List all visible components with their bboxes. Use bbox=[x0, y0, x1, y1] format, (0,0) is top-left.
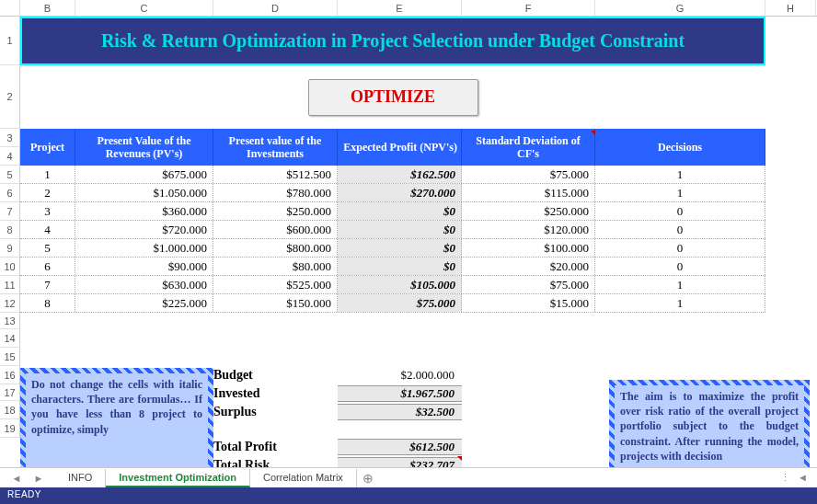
cell-project[interactable]: 2 bbox=[20, 184, 75, 201]
cell-sd[interactable]: $20.000 bbox=[462, 258, 595, 275]
column-letter[interactable]: G bbox=[595, 0, 765, 16]
cell-decision[interactable]: 1 bbox=[595, 184, 765, 201]
cell-sd[interactable]: $120.000 bbox=[462, 221, 595, 238]
cell-revenue[interactable]: $630.000 bbox=[75, 276, 213, 293]
optimize-button[interactable]: OPTIMIZE bbox=[308, 79, 478, 116]
row-number[interactable]: 7 bbox=[0, 202, 20, 221]
row-number[interactable]: 2 bbox=[0, 65, 20, 129]
row-number[interactable]: 18 bbox=[0, 401, 20, 419]
cell-npv[interactable]: $0 bbox=[338, 239, 462, 257]
row-number[interactable]: 1 bbox=[0, 17, 20, 65]
comment-indicator-icon[interactable] bbox=[457, 456, 462, 461]
col-head-npv[interactable]: Expected Profit (NPV's) bbox=[338, 129, 462, 166]
cell-decision[interactable]: 0 bbox=[595, 221, 765, 238]
column-letter[interactable]: B bbox=[20, 0, 75, 16]
cell-revenue[interactable]: $675.000 bbox=[75, 166, 213, 183]
cell-npv[interactable]: $270.000 bbox=[338, 184, 462, 201]
cell-investment[interactable]: $600.000 bbox=[213, 221, 338, 238]
row-number[interactable]: 10 bbox=[0, 258, 20, 276]
row-number[interactable]: 4 bbox=[0, 147, 20, 166]
cell-project[interactable]: 7 bbox=[20, 276, 75, 293]
cell-revenue[interactable]: $1.050.000 bbox=[75, 184, 213, 201]
note-box-left: Do not change the cells with italic char… bbox=[20, 368, 213, 469]
col-head-project[interactable]: Project bbox=[20, 129, 75, 166]
add-sheet-button[interactable]: ⊕ bbox=[357, 471, 379, 486]
cell-decision[interactable]: 0 bbox=[595, 202, 765, 220]
row-number[interactable]: 9 bbox=[0, 239, 20, 258]
cell-decision[interactable]: 1 bbox=[595, 294, 765, 312]
col-head-revenues[interactable]: Present Value of the Revenues (PV's) bbox=[75, 129, 213, 166]
cell-project[interactable]: 1 bbox=[20, 166, 75, 183]
cell-sd[interactable]: $15.000 bbox=[462, 294, 595, 312]
select-all-corner[interactable] bbox=[0, 0, 20, 16]
cell-investment[interactable]: $250.000 bbox=[213, 202, 338, 220]
tab-prev-icon[interactable]: ◄ bbox=[12, 473, 22, 484]
cell-revenue[interactable]: $90.000 bbox=[75, 258, 213, 275]
cell-investment[interactable]: $512.500 bbox=[213, 166, 338, 183]
cell-project[interactable]: 8 bbox=[20, 294, 75, 312]
tab-scroll-left-icon[interactable]: ◄ bbox=[798, 472, 808, 484]
tab-nav-arrows[interactable]: ◄► bbox=[0, 473, 55, 484]
col-head-sd[interactable]: Standard Deviation of CF's bbox=[462, 129, 595, 166]
cell-npv[interactable]: $75.000 bbox=[338, 294, 462, 312]
cell-npv[interactable]: $105.000 bbox=[338, 276, 462, 293]
row-number[interactable]: 19 bbox=[0, 419, 20, 438]
cell-project[interactable]: 4 bbox=[20, 221, 75, 238]
row-number[interactable]: 13 bbox=[0, 313, 20, 329]
row-number[interactable]: 5 bbox=[0, 166, 20, 184]
cell-investment[interactable]: $800.000 bbox=[213, 239, 338, 257]
col-head-decisions[interactable]: Decisions bbox=[595, 129, 765, 166]
cell-revenue[interactable]: $360.000 bbox=[75, 202, 213, 220]
cell-project[interactable]: 5 bbox=[20, 239, 75, 257]
cell-decision[interactable]: 0 bbox=[595, 258, 765, 275]
cell-sd[interactable]: $75.000 bbox=[462, 276, 595, 293]
cell-decision[interactable]: 1 bbox=[595, 166, 765, 183]
cell-npv[interactable]: $162.500 bbox=[338, 166, 462, 183]
cell-investment[interactable]: $150.000 bbox=[213, 294, 338, 312]
cell-npv[interactable]: $0 bbox=[338, 202, 462, 220]
cell-sd[interactable]: $75.000 bbox=[462, 166, 595, 183]
cell-revenue[interactable]: $720.000 bbox=[75, 221, 213, 238]
cell-sd[interactable]: $250.000 bbox=[462, 202, 595, 220]
cells-container[interactable]: Risk & Return Optimization in Project Se… bbox=[20, 17, 817, 469]
cell-sd[interactable]: $100.000 bbox=[462, 239, 595, 257]
tab-next-icon[interactable]: ► bbox=[34, 473, 44, 484]
column-letter[interactable]: C bbox=[75, 0, 213, 16]
row-number[interactable]: 16 bbox=[0, 366, 20, 384]
table-row: 8$225.000$150.000$75.000$15.0001 bbox=[20, 294, 765, 313]
column-letter[interactable]: E bbox=[338, 0, 462, 16]
row-number[interactable]: 14 bbox=[0, 329, 20, 348]
budget-value[interactable]: $2.000.000 bbox=[338, 368, 462, 383]
cell-sd[interactable]: $115.000 bbox=[462, 184, 595, 201]
column-letter[interactable]: H bbox=[765, 0, 816, 16]
row-number[interactable]: 12 bbox=[0, 294, 20, 313]
row-number[interactable]: 11 bbox=[0, 276, 20, 294]
sheet-tab[interactable]: Correlation Matrix bbox=[250, 469, 357, 487]
table-row: 2$1.050.000$780.000$270.000$115.0001 bbox=[20, 184, 765, 202]
cell-npv[interactable]: $0 bbox=[338, 258, 462, 275]
row-number[interactable]: 6 bbox=[0, 184, 20, 202]
cell-decision[interactable]: 1 bbox=[595, 276, 765, 293]
column-letter[interactable]: D bbox=[213, 0, 338, 16]
row-number[interactable]: 3 bbox=[0, 129, 20, 147]
col-head-investments[interactable]: Present value of the Investments bbox=[213, 129, 338, 166]
cell-investment[interactable]: $780.000 bbox=[213, 184, 338, 201]
sheet-tab[interactable]: Investment Optimization bbox=[106, 469, 250, 487]
cell-project[interactable]: 3 bbox=[20, 202, 75, 220]
total-profit-value: $612.500 bbox=[338, 439, 462, 455]
cell-investment[interactable]: $80.000 bbox=[213, 258, 338, 275]
sheet-tab[interactable]: INFO bbox=[55, 469, 106, 487]
cell-investment[interactable]: $525.000 bbox=[213, 276, 338, 293]
row-number[interactable]: 17 bbox=[0, 384, 20, 401]
row-number[interactable]: 15 bbox=[0, 348, 20, 366]
cell-decision[interactable]: 0 bbox=[595, 239, 765, 257]
row-number[interactable]: 8 bbox=[0, 221, 20, 239]
cell-revenue[interactable]: $225.000 bbox=[75, 294, 213, 312]
cell-npv[interactable]: $0 bbox=[338, 221, 462, 238]
comment-indicator-icon[interactable] bbox=[591, 131, 595, 135]
column-letter[interactable]: F bbox=[462, 0, 595, 16]
cell-project[interactable]: 6 bbox=[20, 258, 75, 275]
table-row: 3$360.000$250.000$0$250.0000 bbox=[20, 202, 765, 221]
status-text: READY bbox=[7, 489, 41, 499]
cell-revenue[interactable]: $1.000.000 bbox=[75, 239, 213, 257]
